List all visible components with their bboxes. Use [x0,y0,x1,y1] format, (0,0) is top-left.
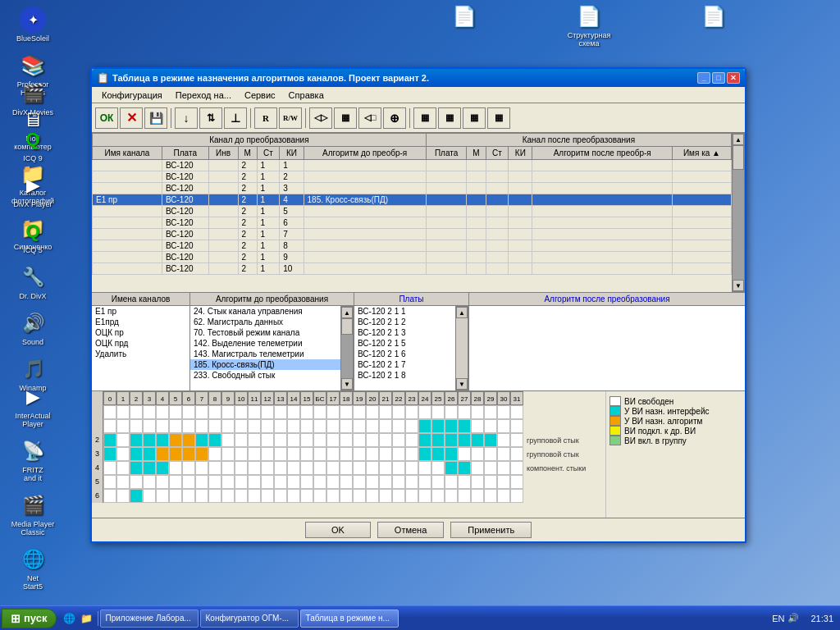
bit-cell[interactable] [445,433,458,447]
plate-item[interactable]: ВС-120 2 1 8 [354,370,455,381]
bit-cell[interactable] [353,447,366,461]
perp-button[interactable]: ⊥ [224,107,247,129]
bit-cell[interactable] [458,419,471,433]
plate-item[interactable]: ВС-120 2 1 3 [354,327,455,338]
bit-cell[interactable] [418,419,431,433]
bit-cell[interactable] [431,405,445,419]
maximize-button[interactable]: □ [712,72,725,84]
bit-cell[interactable] [353,461,366,475]
bit-cell[interactable] [458,405,471,419]
bit-cell[interactable] [340,475,353,489]
bit-cell[interactable] [510,461,523,475]
bit-cell[interactable] [405,461,418,475]
bit-cell[interactable] [143,461,156,475]
bit-cell[interactable] [195,447,208,461]
table-row[interactable]: ВС-120215 [93,206,732,217]
table-row[interactable]: ВС-120212 [93,171,732,183]
grid2-button[interactable]: ◁□ [358,107,381,129]
table-scroll-area[interactable]: Канал до преобразования Канал после прео… [92,133,732,292]
bit-cell[interactable] [405,447,418,461]
bit-cell[interactable] [510,433,523,447]
bit-cell[interactable] [458,433,471,447]
r-button[interactable]: R [254,107,277,129]
bit-cell[interactable] [353,419,366,433]
bit-cell[interactable] [116,433,130,447]
bit-cell[interactable] [274,489,287,503]
bit-cell[interactable] [221,447,235,461]
bit-cell[interactable] [353,489,366,503]
bit-cell[interactable] [208,475,221,489]
bit-cell[interactable] [169,447,182,461]
bit-cell[interactable] [366,405,379,419]
desktop-icon-drdivx[interactable]: 🔧 Dr. DivX [3,261,62,304]
plate-item[interactable]: ВС-120 2 1 2 [354,317,455,327]
bit-cell[interactable] [248,447,261,461]
grid4-button[interactable]: ▦ [438,107,461,129]
alg-scroll-down[interactable]: ▼ [341,378,353,390]
bit-cell[interactable] [326,489,340,503]
bit-cell[interactable] [287,475,300,489]
bit-cell[interactable] [182,461,195,475]
bit-cell[interactable] [195,419,208,433]
bit-cell[interactable] [445,461,458,475]
bit-cell[interactable] [169,489,182,503]
bit-cell[interactable] [116,475,130,489]
bit-cell[interactable] [340,489,353,503]
bit-cell[interactable] [418,489,431,503]
bit-cell[interactable] [261,419,274,433]
bit-cell[interactable] [484,419,497,433]
bit-cell[interactable] [143,433,156,447]
bit-cell[interactable] [458,461,471,475]
bit-cell[interactable] [103,433,116,447]
bit-cell[interactable] [274,447,287,461]
bit-cell[interactable] [274,433,287,447]
desktop-icon-word2[interactable]: 📄 [684,0,743,51]
bit-cell[interactable] [418,433,431,447]
bit-cell[interactable] [379,419,392,433]
bit-cell[interactable] [418,461,431,475]
table-row[interactable]: ВС-120217 [93,229,732,240]
bit-cell[interactable] [471,433,484,447]
plates-list[interactable]: ВС-120 2 1 1ВС-120 2 1 2ВС-120 2 1 3ВС-1… [354,306,455,390]
bit-cell[interactable] [116,419,130,433]
ok-button[interactable]: ОК [95,107,118,129]
bit-cell[interactable] [366,489,379,503]
plates-scrollbar[interactable]: ▲ ▼ [455,306,468,390]
channel-item[interactable]: ОЦК прд [92,338,189,349]
bit-cell[interactable] [313,475,326,489]
table-row[interactable]: ВС-1202110 [93,263,732,275]
alg-scroll-up[interactable]: ▲ [341,307,353,318]
bit-cell[interactable] [484,489,497,503]
plate-item[interactable]: ВС-120 2 1 7 [354,359,455,370]
bit-cell[interactable] [156,489,169,503]
bit-cell[interactable] [366,433,379,447]
bit-cell[interactable] [405,489,418,503]
table-row[interactable]: Е1 прВС-120214185. Кросс-связь(ПД) [93,194,732,206]
desktop-icon-mediaplayer[interactable]: 🎬 Media PlayerClassic [3,489,62,540]
bit-cell[interactable] [326,405,340,419]
channel-item[interactable]: ОЦК пр [92,327,189,338]
plate-item[interactable]: ВС-120 2 1 1 [354,306,455,317]
bit-cell[interactable] [431,433,445,447]
bit-cell[interactable] [248,461,261,475]
desktop-icon-icq9[interactable]: Q ICQ 9 [3,123,62,166]
bit-cell[interactable] [445,489,458,503]
bit-cell[interactable] [287,419,300,433]
bit-cell[interactable] [405,405,418,419]
bit-cell[interactable] [392,433,405,447]
bit-cell[interactable] [235,461,248,475]
bit-cell[interactable] [156,433,169,447]
bit-cell[interactable] [379,475,392,489]
bit-cell[interactable] [143,489,156,503]
bit-cell[interactable] [484,405,497,419]
bit-cell[interactable] [392,489,405,503]
bit-cell[interactable] [366,447,379,461]
menu-service[interactable]: Сервис [238,89,282,102]
bit-cell[interactable] [497,489,510,503]
bit-cell[interactable] [353,475,366,489]
bit-cell[interactable] [458,447,471,461]
bit-cell[interactable] [195,475,208,489]
bit-cell[interactable] [484,461,497,475]
algorithm-item[interactable]: 185. Кросс-связь(ПД) [190,359,340,370]
bit-cell[interactable] [143,419,156,433]
